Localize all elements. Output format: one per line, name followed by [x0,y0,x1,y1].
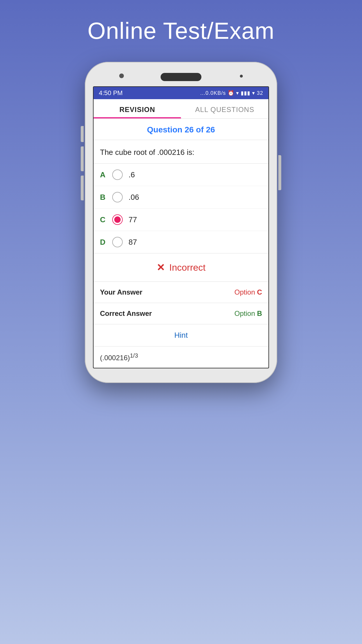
your-answer-value: Option C [234,288,262,296]
option-c-row[interactable]: C 77 [94,209,268,231]
your-answer-letter: C [257,288,262,296]
phone-shell: 4:50 PM ...0.0KB/s ⏰ ▾ ▮▮▮ ▾ 32 REVISION… [85,62,277,383]
status-bar: 4:50 PM ...0.0KB/s ⏰ ▾ ▮▮▮ ▾ 32 [94,87,268,99]
hint-row[interactable]: Hint [94,324,268,346]
correct-answer-label: Correct Answer [100,309,152,318]
result-section: ✕ Incorrect [94,253,268,282]
correct-answer-letter: B [257,309,262,317]
speaker [161,73,201,81]
your-answer-row: Your Answer Option C [94,282,268,303]
phone-top [93,71,269,81]
result-label: Incorrect [169,262,205,273]
option-b-text: .06 [129,193,139,202]
status-icons: ...0.0KB/s ⏰ ▾ ▮▮▮ ▾ 32 [200,90,263,96]
volume-down-button[interactable] [81,176,84,200]
option-d-row[interactable]: D 87 [94,231,268,253]
option-b-radio[interactable] [112,192,123,202]
front-camera [119,74,124,78]
option-a-radio[interactable] [112,169,123,180]
page-title: Online Test/Exam [87,18,274,44]
hint-label[interactable]: Hint [174,331,188,340]
option-d-radio[interactable] [112,237,123,247]
option-c-radio[interactable] [112,214,123,225]
sensor [240,75,243,78]
question-number: Question 26 of 26 [147,125,215,134]
status-time: 4:50 PM [99,89,123,97]
incorrect-icon: ✕ [157,262,165,273]
question-text: The cube root of .000216 is: [94,140,268,164]
volume-mute-button[interactable] [81,126,84,142]
phone-screen: 4:50 PM ...0.0KB/s ⏰ ▾ ▮▮▮ ▾ 32 REVISION… [93,86,269,368]
option-b-letter: B [100,193,112,202]
volume-up-button[interactable] [81,146,84,171]
power-button[interactable] [278,155,281,190]
tab-bar: REVISION ALL QUESTIONS [94,99,268,119]
question-header: Question 26 of 26 [94,119,268,140]
option-d-letter: D [100,238,112,247]
correct-answer-row: Correct Answer Option B [94,303,268,324]
option-c-letter: C [100,215,112,224]
option-a-row[interactable]: A .6 [94,164,268,186]
option-d-text: 87 [129,238,137,247]
math-hint: (.000216)1/3 [94,346,268,368]
result-incorrect: ✕ Incorrect [100,262,262,273]
options-container: A .6 B .06 C 77 D 87 [94,164,268,253]
your-answer-label: Your Answer [100,288,142,296]
correct-answer-value: Option B [234,309,262,318]
tab-all-questions[interactable]: ALL QUESTIONS [181,99,268,118]
option-c-text: 77 [129,215,137,224]
math-superscript: 1/3 [130,352,138,359]
option-a-letter: A [100,170,112,179]
tab-revision[interactable]: REVISION [94,99,181,118]
option-a-text: .6 [129,170,135,179]
option-b-row[interactable]: B .06 [94,186,268,209]
